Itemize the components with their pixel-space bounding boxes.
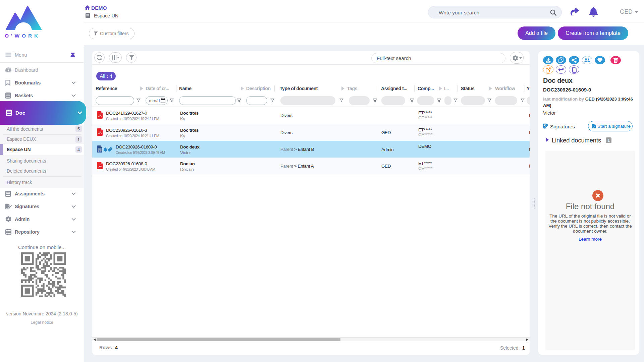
- svg-text:O'WORK: O'WORK: [5, 33, 40, 38]
- svg-text:w: w: [99, 149, 102, 152]
